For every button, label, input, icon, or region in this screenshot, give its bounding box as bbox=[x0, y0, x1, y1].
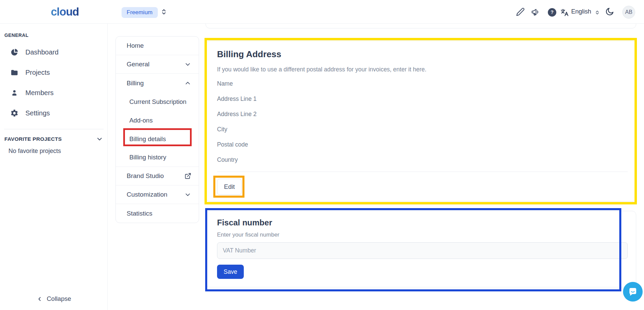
card-divider bbox=[217, 172, 628, 172]
sidebar-item-label: Dashboard bbox=[25, 48, 59, 56]
billing-address-description: If you would like to use a different pos… bbox=[217, 66, 426, 73]
pencil-icon[interactable] bbox=[516, 7, 525, 16]
person-icon bbox=[10, 89, 19, 97]
favorites-empty-text: No favorite projects bbox=[8, 148, 61, 155]
field-label-country: Country bbox=[217, 156, 238, 163]
pie-chart-icon bbox=[10, 48, 19, 57]
plan-select-icon[interactable] bbox=[160, 8, 168, 16]
sidebar-item-label: Settings bbox=[25, 109, 50, 117]
chevron-down-icon bbox=[184, 191, 191, 198]
fiscal-number-title: Fiscal number bbox=[217, 218, 272, 227]
sidebar-item-label: Members bbox=[25, 89, 53, 97]
language-label[interactable]: English bbox=[571, 8, 591, 15]
nav-item-current-subscription[interactable]: Current Subscription bbox=[116, 92, 199, 111]
billing-address-title: Billing Address bbox=[217, 49, 281, 60]
plan-badge[interactable]: Freemium bbox=[122, 7, 158, 18]
edit-button[interactable]: Edit bbox=[217, 179, 242, 195]
sidebar-item-settings[interactable]: Settings bbox=[0, 106, 108, 120]
nav-item-label: Add-ons bbox=[129, 117, 153, 124]
megaphone-icon[interactable] bbox=[531, 7, 540, 17]
field-label-city: City bbox=[217, 126, 227, 133]
top-header: cloud Freemium ? English bbox=[0, 0, 644, 24]
sidebar-item-dashboard[interactable]: Dashboard bbox=[0, 45, 108, 60]
nav-item-label: Home bbox=[127, 42, 144, 49]
sidebar-item-members[interactable]: Members bbox=[0, 85, 108, 100]
billing-address-card: Billing Address If you would like to use… bbox=[206, 41, 636, 202]
field-label-postal-code: Postal code bbox=[217, 141, 248, 148]
folder-icon bbox=[10, 68, 19, 77]
sidebar-item-projects[interactable]: Projects bbox=[0, 65, 108, 80]
nav-item-billing-history[interactable]: Billing history bbox=[116, 148, 199, 167]
nav-item-label: Brand Studio bbox=[127, 172, 164, 180]
sidebar-section-label: GENERAL bbox=[4, 32, 28, 38]
nav-item-general[interactable]: General bbox=[116, 55, 199, 74]
sidebar-divider bbox=[4, 129, 104, 129]
fiscal-number-card: Fiscal number Enter your fiscal number S… bbox=[206, 211, 636, 287]
external-link-icon bbox=[185, 173, 191, 179]
nav-item-home[interactable]: Home bbox=[116, 37, 199, 55]
save-button[interactable]: Save bbox=[217, 265, 244, 279]
collapse-button[interactable]: Collapse bbox=[36, 295, 71, 303]
nav-item-label: Statistics bbox=[127, 210, 152, 217]
chevron-up-icon bbox=[184, 80, 191, 87]
favorite-projects-header[interactable]: FAVORITE PROJECTS bbox=[4, 135, 103, 143]
nav-item-label: Current Subscription bbox=[129, 98, 187, 106]
nav-item-label: Customization bbox=[127, 191, 167, 198]
field-label-name: Name bbox=[217, 80, 233, 87]
moon-icon[interactable] bbox=[605, 7, 614, 17]
help-icon[interactable]: ? bbox=[548, 8, 556, 17]
nav-item-billing[interactable]: Billing bbox=[116, 74, 199, 92]
settings-nav: Home General Billing Current Subscriptio… bbox=[115, 36, 199, 223]
chevron-left-icon bbox=[36, 296, 43, 302]
language-chevron-icon[interactable] bbox=[595, 10, 600, 15]
fiscal-number-description: Enter your fiscal number bbox=[217, 231, 279, 238]
nav-item-label: General bbox=[127, 61, 150, 68]
sidebar-item-label: Projects bbox=[25, 69, 50, 76]
nav-item-billing-details[interactable]: Billing details bbox=[116, 130, 199, 148]
nav-item-brand-studio[interactable]: Brand Studio bbox=[116, 167, 199, 185]
sidebar: GENERAL Dashboard Projects bbox=[0, 24, 108, 310]
field-label-address-line-2: Address Line 2 bbox=[217, 111, 257, 118]
nav-item-add-ons[interactable]: Add-ons bbox=[116, 111, 199, 130]
chevron-down-icon bbox=[96, 135, 103, 143]
chevron-down-icon bbox=[184, 61, 191, 68]
chat-launcher-button[interactable] bbox=[623, 282, 643, 302]
gear-icon bbox=[10, 109, 19, 117]
chat-bubble-icon bbox=[627, 286, 638, 297]
app-window: cloud Freemium ? English bbox=[0, 0, 644, 310]
nav-item-label: Billing details bbox=[129, 135, 166, 143]
nav-item-statistics[interactable]: Statistics bbox=[116, 204, 199, 223]
vat-number-input[interactable] bbox=[217, 242, 628, 259]
nav-item-label: Billing history bbox=[129, 154, 166, 161]
field-label-address-line-1: Address Line 1 bbox=[217, 95, 257, 103]
nav-item-customization[interactable]: Customization bbox=[116, 185, 199, 204]
nav-item-label: Billing bbox=[127, 80, 144, 87]
collapse-label: Collapse bbox=[47, 295, 71, 303]
favorite-projects-label: FAVORITE PROJECTS bbox=[4, 136, 62, 142]
translate-icon[interactable] bbox=[560, 8, 570, 17]
app-logo[interactable]: cloud bbox=[51, 5, 79, 18]
avatar[interactable]: AB bbox=[622, 6, 635, 19]
